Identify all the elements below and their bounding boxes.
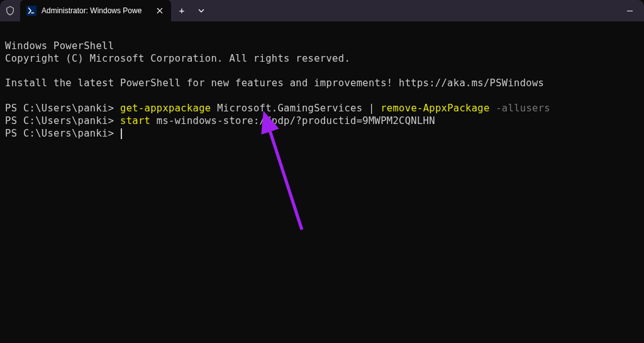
window-controls bbox=[615, 0, 644, 21]
active-tab[interactable]: Administrator: Windows Powe bbox=[20, 0, 171, 21]
shield-icon bbox=[0, 0, 20, 21]
pipe: | bbox=[369, 103, 375, 114]
command-token: start bbox=[120, 115, 150, 127]
minimize-button[interactable] bbox=[615, 0, 644, 21]
command-token: get-appxpackage bbox=[120, 103, 211, 114]
prompt: PS C:\Users\panki> bbox=[5, 115, 120, 127]
cursor bbox=[121, 128, 122, 139]
output-line: Install the latest PowerShell for new fe… bbox=[5, 77, 544, 89]
command-arg: ms-windows-store://pdp/?productid=9MWPM2… bbox=[150, 115, 435, 127]
command-flag: -allusers bbox=[496, 103, 550, 114]
powershell-icon bbox=[26, 6, 36, 16]
output-line: Windows PowerShell bbox=[5, 40, 114, 52]
new-tab-button[interactable]: + bbox=[171, 0, 192, 21]
prompt: PS C:\Users\panki> bbox=[5, 128, 120, 139]
tab-dropdown-button[interactable] bbox=[192, 0, 210, 21]
tab-close-button[interactable] bbox=[155, 6, 165, 16]
terminal-output[interactable]: Windows PowerShell Copyright (C) Microso… bbox=[0, 21, 644, 146]
tab-title: Administrator: Windows Powe bbox=[42, 6, 150, 15]
prompt: PS C:\Users\panki> bbox=[5, 103, 120, 114]
output-line: Copyright (C) Microsoft Corporation. All… bbox=[5, 53, 350, 64]
command-token: remove-AppxPackage bbox=[380, 103, 489, 114]
titlebar: Administrator: Windows Powe + bbox=[0, 0, 644, 21]
command-arg: Microsoft.GamingServices bbox=[211, 103, 369, 114]
